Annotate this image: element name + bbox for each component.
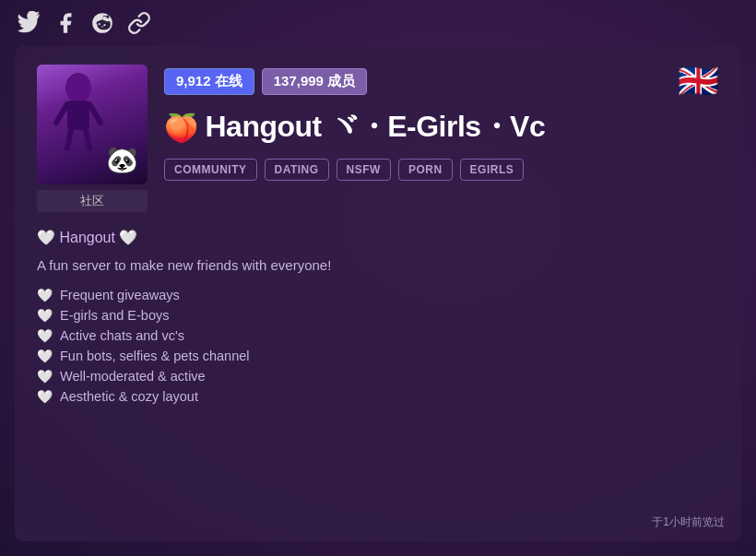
svg-line-3 (56, 104, 67, 123)
top-social-bar (0, 0, 756, 46)
tag-porn: PORN (398, 159, 453, 181)
facebook-icon[interactable] (53, 11, 77, 35)
svg-line-4 (89, 104, 100, 123)
card-info: 9,912 在线 137,999 成员 🇬🇧 🍑 Hangout ヾ・E-Gir… (164, 65, 719, 181)
feature-item: 🤍 Well-moderated & active (37, 369, 719, 384)
tag-dating: DATING (265, 159, 329, 181)
avatar-label: 社区 (37, 190, 148, 212)
tag-nsfw: NSFW (337, 159, 391, 181)
heart-icon-4: 🤍 (37, 349, 53, 363)
svg-rect-2 (67, 101, 89, 130)
card-header: 社区 9,912 在线 137,999 成员 🇬🇧 🍑 Hangout ヾ・E-… (37, 65, 719, 212)
hangout-line-text: 🤍 Hangout 🤍 (37, 229, 137, 246)
svg-line-5 (67, 130, 71, 148)
server-description: A fun server to make new friends with ev… (37, 257, 719, 273)
stats-row: 9,912 在线 137,999 成员 🇬🇧 (164, 65, 719, 98)
heart-icon-5: 🤍 (37, 369, 53, 384)
feature-text-3: Active chats and vc's (60, 328, 184, 343)
heart-icon-1: 🤍 (37, 288, 53, 302)
timestamp: 于1小时前览过 (652, 515, 725, 530)
svg-line-6 (86, 130, 89, 148)
feature-item: 🤍 Active chats and vc's (37, 328, 719, 343)
heart-icon-6: 🤍 (37, 389, 53, 404)
avatar (37, 65, 148, 184)
twitter-icon[interactable] (17, 11, 41, 35)
server-card: 社区 9,912 在线 137,999 成员 🇬🇧 🍑 Hangout ヾ・E-… (15, 46, 741, 541)
feature-text-2: E-girls and E-boys (60, 308, 169, 323)
feature-text-5: Well-moderated & active (60, 369, 206, 384)
heart-icon-3: 🤍 (37, 328, 53, 343)
reddit-icon[interactable] (90, 11, 114, 35)
heart-icon-2: 🤍 (37, 308, 53, 323)
feature-item: 🤍 Frequent giveaways (37, 288, 719, 302)
flag-icon: 🇬🇧 (678, 65, 719, 98)
members-badge: 137,999 成员 (262, 68, 367, 95)
feature-text-6: Aesthetic & cozy layout (60, 389, 198, 404)
link-icon[interactable] (127, 11, 151, 35)
avatar-section: 社区 (37, 65, 148, 212)
feature-item: 🤍 E-girls and E-boys (37, 308, 719, 323)
tags-row: COMMUNITY DATING NSFW PORN EGIRLS (164, 159, 719, 181)
feature-item: 🤍 Aesthetic & cozy layout (37, 389, 719, 404)
server-name-text: Hangout ヾ・E-Girls・Vc (206, 107, 546, 148)
server-title: 🍑 Hangout ヾ・E-Girls・Vc (164, 107, 719, 148)
feature-item: 🤍 Fun bots, selfies & pets channel (37, 349, 719, 363)
features-list: 🤍 Frequent giveaways 🤍 E-girls and E-boy… (37, 288, 719, 404)
feature-text-4: Fun bots, selfies & pets channel (60, 349, 250, 363)
tag-community: COMMUNITY (164, 159, 257, 181)
tag-egirls: EGIRLS (460, 159, 525, 181)
card-body: 🤍 Hangout 🤍 A fun server to make new fri… (37, 229, 719, 404)
peach-emoji: 🍑 (164, 112, 198, 144)
hangout-title: 🤍 Hangout 🤍 (37, 229, 719, 246)
feature-text-1: Frequent giveaways (60, 288, 180, 302)
online-badge: 9,912 在线 (164, 68, 254, 95)
svg-point-1 (65, 73, 91, 102)
